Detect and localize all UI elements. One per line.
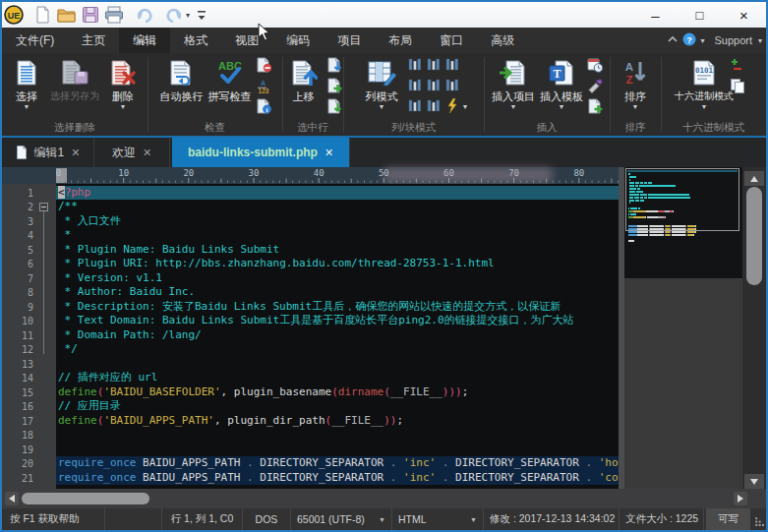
open-folder-icon[interactable] [57, 4, 77, 26]
col-center-icon[interactable] [425, 77, 443, 94]
minimap-viewport[interactable] [625, 168, 739, 231]
minimap-line-segment [628, 234, 637, 236]
dropdown-caret-icon: ▼ [120, 103, 127, 110]
svg-text:Z: Z [625, 74, 632, 86]
code-line-16: // 应用目录 [58, 399, 121, 414]
status-caret-pos: 行 1, 列 1, C0 [162, 508, 243, 530]
col-block-icon[interactable] [443, 77, 461, 94]
menu-tab-7[interactable]: 布局 [375, 28, 426, 53]
scroll-up-icon[interactable] [744, 171, 764, 186]
col-flash-icon[interactable]: ▼ [443, 97, 469, 115]
tab-close-icon[interactable]: ✕ [143, 147, 151, 159]
status-encoding[interactable]: 65001 (UTF-8)▼ [291, 508, 392, 530]
insert-template-icon: T [548, 58, 575, 88]
document-tab-2[interactable]: baidu-links-submit.php✕ [172, 138, 350, 167]
resize-grip-icon[interactable] [753, 515, 765, 529]
token-str: 'BAIDU_BASEFOLDER' [103, 385, 220, 398]
menu-tab-6[interactable]: 项目 [324, 28, 375, 53]
redo-dropdown-caret[interactable]: ▾ [186, 11, 190, 20]
doc-down-icon[interactable] [325, 56, 343, 74]
vertical-scroll-thumb[interactable] [746, 187, 762, 285]
ribbon-button-5-0[interactable]: AZ排序▼ [612, 55, 659, 120]
hex-copy-icon[interactable] [729, 77, 746, 94]
print-icon[interactable] [104, 4, 124, 26]
scroll-right-icon[interactable] [734, 492, 747, 505]
menu-tab-2[interactable]: 编辑 [119, 28, 170, 53]
horizontal-scroll-thumb[interactable] [22, 493, 149, 504]
doc-down-green-icon[interactable] [325, 97, 343, 115]
maximize-button[interactable]: □ [678, 2, 722, 28]
ribbon-button-1-1[interactable]: ABC拼写检查 [207, 55, 254, 120]
vertical-scrollbar[interactable] [742, 167, 766, 489]
column-mode-icon [367, 58, 396, 88]
menu-tab-5[interactable]: 编码 [272, 28, 324, 53]
col-fill-icon[interactable] [406, 77, 424, 94]
dropdown-caret-icon: ▼ [379, 103, 385, 110]
line-number: 17 [4, 416, 33, 427]
col-left-icon[interactable] [425, 56, 443, 74]
ribbon-collapse-icon[interactable] [667, 34, 679, 46]
date-time-icon[interactable] [586, 56, 604, 74]
line-number: 9 [4, 302, 33, 313]
document-tab-1[interactable]: 欢迎✕ [94, 138, 170, 167]
abc-123-icon[interactable]: A123 [255, 77, 272, 94]
ribbon-button-1-0[interactable]: 自动换行 [158, 55, 206, 120]
hex-insert-icon[interactable] [729, 56, 746, 74]
token-com: * [58, 228, 71, 241]
menu-tab-3[interactable]: 格式 [170, 28, 221, 53]
fold-marker-icon[interactable] [39, 203, 48, 211]
scroll-left-icon[interactable] [5, 492, 19, 505]
line-number: 6 [4, 259, 33, 269]
code-editor[interactable]: <?php/** * 入口文件 * * Plugin Name: Baidu L… [56, 184, 619, 489]
help-dropdown-caret[interactable]: ▾ [700, 36, 704, 45]
doc-remove-icon[interactable] [255, 56, 272, 74]
scroll-down-icon[interactable] [744, 474, 764, 489]
new-file-icon[interactable] [33, 4, 53, 26]
menu-tab-0[interactable]: 文件(F) [2, 28, 68, 53]
token-str: 'BAIDU_APPS_PATH' [103, 414, 214, 427]
col-insert-icon[interactable] [406, 56, 424, 74]
ribbon-button-3-0[interactable]: 列模式▼ [358, 55, 405, 120]
doc-new-plus-icon[interactable] [586, 97, 604, 115]
menu-tab-8[interactable]: 窗口 [426, 28, 477, 53]
doc-add-icon[interactable] [325, 77, 343, 94]
status-syntax[interactable]: HTML▼ [392, 508, 484, 530]
save-icon[interactable] [81, 4, 100, 26]
status-syntax-dropdown-caret[interactable]: ▼ [470, 516, 477, 523]
customize-quick-access-icon[interactable] [192, 4, 211, 26]
token-pl: DIRECTORY_SEPARATOR [455, 456, 585, 469]
support-menu[interactable]: Support [714, 34, 752, 46]
token-op: . [585, 456, 598, 469]
menu-tab-9[interactable]: 高级 [477, 28, 528, 53]
ribbon-button-0-0[interactable]: 选择▼ [3, 55, 50, 120]
close-button[interactable]: × [722, 2, 766, 28]
code-line-8: * Author: Baidu Inc. [58, 285, 195, 300]
color-picker-icon[interactable] [586, 77, 604, 94]
token-pl: DIRECTORY_SEPARATOR [260, 456, 389, 469]
ribbon-button-2-0[interactable]: 上移 [282, 55, 325, 120]
doc-info-icon[interactable]: i [255, 97, 272, 115]
undo-icon[interactable] [136, 4, 155, 26]
support-dropdown-caret[interactable]: ▾ [758, 36, 762, 45]
document-tab-0[interactable]: 编辑1✕ [2, 138, 94, 167]
token-str: 'config.php' [599, 471, 619, 484]
statusbar: 按 F1 获取帮助行 1, 列 1, C0DOS65001 (UTF-8)▼HT… [2, 508, 766, 530]
col-right-icon[interactable] [425, 97, 443, 115]
tab-close-icon[interactable]: ✕ [325, 147, 333, 159]
ribbon-button-0-2[interactable]: 删除▼ [99, 55, 147, 120]
minimap[interactable] [624, 167, 742, 489]
ribbon-button-6-0[interactable]: 0101十六进制模式▼ [680, 55, 728, 120]
col-cut-icon[interactable] [406, 97, 424, 115]
tab-close-icon[interactable]: ✕ [71, 147, 80, 159]
status-encoding-dropdown-caret[interactable]: ▼ [379, 516, 385, 523]
minimize-button[interactable]: – [633, 2, 678, 28]
redo-icon[interactable] [163, 4, 183, 26]
ribbon-button-4-0[interactable]: 插入项目▼ [490, 55, 537, 120]
status-readwrite[interactable]: 可写 [706, 508, 750, 530]
token-pl: DIRECTORY_SEPARATOR [260, 471, 389, 484]
ribbon-button-4-1[interactable]: T插入模板▼ [538, 55, 585, 120]
col-num-icon[interactable] [443, 56, 461, 74]
menu-tab-1[interactable]: 主页 [68, 28, 119, 53]
horizontal-scrollbar[interactable] [2, 489, 766, 508]
help-icon[interactable]: ? [682, 32, 696, 48]
